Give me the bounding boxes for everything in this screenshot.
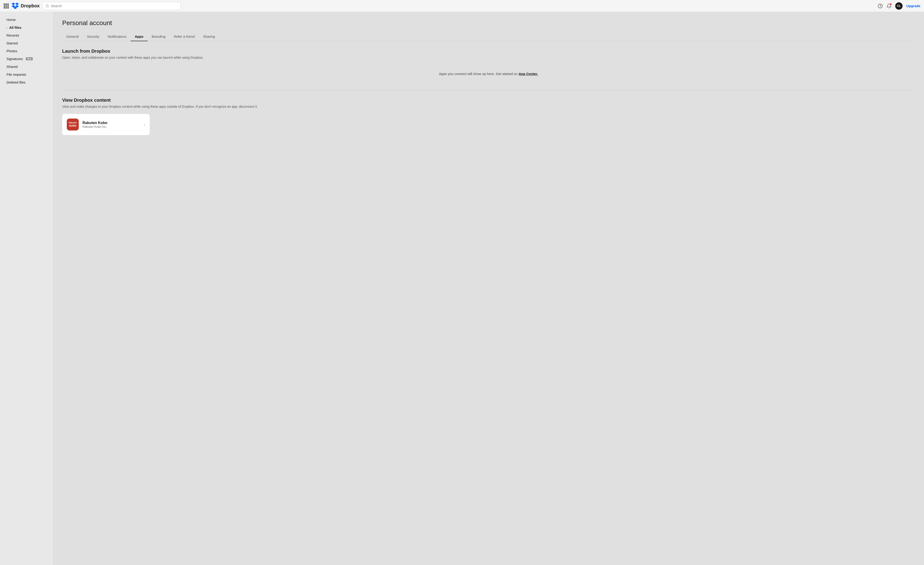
tab-notifications[interactable]: Notifications [104,32,131,41]
sidebar-item-signatures[interactable]: SignaturesNew [2,55,51,63]
launch-section-title: Launch from Dropbox [62,49,915,54]
view-section-desc: View and make changes to your Dropbox co… [62,105,915,108]
launch-empty-state: Apps you connect will show up here. Get … [62,65,915,82]
dropbox-logo[interactable]: Dropbox [12,2,40,10]
svg-point-0 [46,4,48,7]
sidebar-item-deleted-files[interactable]: Deleted files [2,78,51,86]
sidebar-item-label: Starred [6,41,18,45]
sidebar-item-shared[interactable]: Shared [2,63,51,70]
app-center-link[interactable]: App Center. [519,72,538,76]
sidebar-item-label: Shared [6,64,18,69]
chevron-right-icon: › [144,122,145,127]
launch-section: Launch from Dropbox Open, share, and col… [62,49,915,82]
tab-refer-a-friend[interactable]: Refer a friend [170,32,199,41]
grid-menu-button[interactable] [4,3,9,9]
search-bar[interactable] [42,2,180,10]
sidebar-item-starred[interactable]: Starred [2,39,51,47]
notifications-button[interactable] [886,3,891,9]
app-logo: Rakuten kobo [67,118,79,130]
new-badge: New [26,57,33,60]
sidebar-item-home[interactable]: Home [2,16,51,24]
section-divider [62,90,915,90]
main-content: Personal account GeneralSecurityNotifica… [53,12,924,565]
topnav-right: CL Upgrade [878,2,920,10]
view-section-title: View Dropbox content [62,97,915,103]
search-icon [45,4,49,8]
app-card-info: Rakuten Kobo Rakuten Kobo Inc. [82,121,140,129]
upgrade-button[interactable]: Upgrade [906,4,920,8]
app-logo-inner: Rakuten kobo [67,118,79,130]
rakuten-kobo-card[interactable]: Rakuten kobo Rakuten Kobo Rakuten Kobo I… [62,114,150,135]
search-input[interactable] [51,4,177,8]
topnav: Dropbox CL Upgrade [0,0,924,12]
tab-security[interactable]: Security [82,32,104,41]
tab-branding[interactable]: Branding [148,32,170,41]
sidebar: Home›All filesRecentsStarredPhotosSignat… [0,12,53,565]
avatar[interactable]: CL [895,2,903,10]
sidebar-item-all-files[interactable]: ›All files [2,24,51,31]
dropbox-icon [12,2,19,10]
tab-apps[interactable]: Apps [130,32,148,41]
sidebar-item-label: Home [6,18,16,22]
launch-section-desc: Open, share, and collaborate on your con… [62,56,915,59]
empty-state-prefix: Apps you connect will show up here. Get … [439,72,519,76]
notification-dot [890,3,892,5]
app-logo-line1: Rakuten [69,122,77,124]
sidebar-item-label: File requests [6,72,26,76]
help-icon [878,3,883,9]
chevron-icon: › [6,26,8,29]
sidebar-item-label: Deleted files [6,80,26,84]
logo-text: Dropbox [21,3,40,9]
tab-general[interactable]: General [62,32,82,41]
sidebar-item-recents[interactable]: Recents [2,31,51,39]
page-title: Personal account [62,19,915,27]
grid-icon [4,3,9,9]
app-logo-line2: kobo [69,124,76,127]
tabs-bar: GeneralSecurityNotificationsAppsBranding… [62,32,915,41]
help-button[interactable] [878,3,883,9]
app-name: Rakuten Kobo [82,121,140,125]
view-section: View Dropbox content View and make chang… [62,97,915,135]
sidebar-item-label: All files [9,25,21,30]
app-company: Rakuten Kobo Inc. [82,125,140,129]
layout: Home›All filesRecentsStarredPhotosSignat… [0,12,924,565]
sidebar-item-label: Photos [6,49,17,53]
tab-sharing[interactable]: Sharing [199,32,219,41]
sidebar-item-label: Signatures [6,57,23,61]
sidebar-item-label: Recents [6,33,19,37]
sidebar-item-photos[interactable]: Photos [2,47,51,55]
sidebar-item-file-requests[interactable]: File requests [2,70,51,78]
svg-line-1 [48,7,49,7]
